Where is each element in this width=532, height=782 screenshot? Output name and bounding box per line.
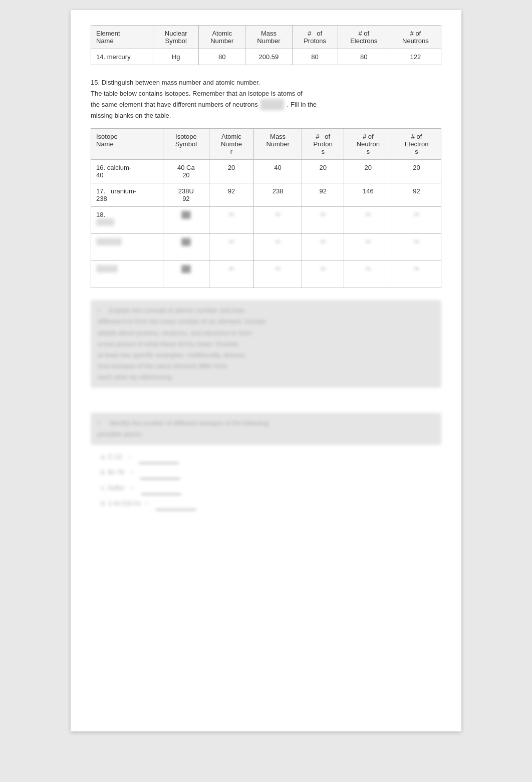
table-row: 14. mercury Hg 80 200.59 80 80 122 bbox=[91, 49, 441, 65]
isotope-atomic-17: 92 bbox=[209, 183, 254, 207]
blurred-list-section: • Identify the number of different isoto… bbox=[91, 413, 441, 510]
isotope-atomic-20: •• bbox=[209, 261, 254, 288]
item-answer-a bbox=[139, 450, 179, 463]
isotope-neutrons-16: 20 bbox=[344, 160, 392, 183]
col-element-name: ElementName bbox=[91, 26, 153, 49]
isotope-protons-19: •• bbox=[302, 234, 344, 261]
page: ElementName NuclearSymbol AtomicNumber M… bbox=[71, 10, 461, 731]
col-atomic-number: AtomicNumber bbox=[199, 26, 245, 49]
item-arrow-a: → bbox=[126, 450, 133, 463]
isotope-mass-18: •• bbox=[254, 207, 302, 234]
elements-section: ElementName NuclearSymbol AtomicNumber M… bbox=[91, 25, 441, 65]
col-mass-number2: MassNumber bbox=[254, 129, 302, 160]
element-mass: 200.59 bbox=[245, 49, 292, 65]
table-row: 16. calcium-40 40 Ca20 20 40 20 20 20 bbox=[91, 160, 441, 183]
isotope-neutrons-17: 146 bbox=[344, 183, 392, 207]
col-neutrons2: # ofNeutrons bbox=[344, 129, 392, 160]
isotopes-table: IsotopeName IsotopeSymbol AtomicNumber M… bbox=[91, 128, 441, 288]
col-neutrons: # ofNeutrons bbox=[390, 26, 441, 49]
q15-blurred bbox=[260, 99, 284, 110]
item-arrow-b: → bbox=[128, 466, 134, 479]
item-answer-c bbox=[141, 481, 181, 494]
isotope-name-18: 18. bbox=[91, 207, 163, 234]
isotope-symbol-20: ██ bbox=[163, 261, 209, 288]
list-item: a. C-12 → bbox=[101, 450, 441, 463]
item-answer-b bbox=[140, 465, 180, 479]
blurred-list-items: a. C-12 → b. Br-79 → c. Sulfur → bbox=[101, 450, 441, 510]
isotope-atomic-18: •• bbox=[209, 207, 254, 234]
isotope-atomic-16: 20 bbox=[209, 160, 254, 183]
col-isotope-name: IsotopeName bbox=[91, 129, 163, 160]
isotope-atomic-19: •• bbox=[209, 234, 254, 261]
col-atomic-number-r: AtomicNumber bbox=[209, 129, 254, 160]
item-label-c: c. Sulfur bbox=[101, 481, 125, 494]
isotope-protons-18: •• bbox=[302, 207, 344, 234]
isotope-protons-16: 20 bbox=[302, 160, 344, 183]
col-protons: # ofProtons bbox=[292, 26, 338, 49]
list-item: c. Sulfur → bbox=[101, 481, 441, 494]
isotope-name-17: 17. uranium-238 bbox=[91, 183, 163, 207]
element-symbol: Hg bbox=[153, 49, 199, 65]
isotope-mass-20: •• bbox=[254, 261, 302, 288]
isotope-neutrons-18: •• bbox=[344, 207, 392, 234]
blurred-essay-section: • Explain the concept of atomic number a… bbox=[91, 300, 441, 388]
item-answer-d bbox=[156, 496, 196, 510]
section-15: 15. Distinguish between mass number and … bbox=[91, 77, 441, 288]
section-15-text: 15. Distinguish between mass number and … bbox=[91, 77, 441, 121]
isotope-electrons-18: •• bbox=[392, 207, 441, 234]
item-arrow-c: → bbox=[129, 481, 135, 494]
col-electrons2: # ofElectrons bbox=[392, 129, 441, 160]
element-neutrons: 122 bbox=[390, 49, 441, 65]
isotope-symbol-19: ██ bbox=[163, 234, 209, 261]
element-name: 14. mercury bbox=[91, 49, 153, 65]
isotope-symbol-16: 40 Ca20 bbox=[163, 160, 209, 183]
isotope-mass-16: 40 bbox=[254, 160, 302, 183]
item-label-b: b. Br-79 bbox=[101, 466, 124, 479]
col-electrons: # ofElectrons bbox=[338, 26, 390, 49]
table-row: 18. ██ •• •• •• •• •• bbox=[91, 207, 441, 234]
col-protons2: # ofProtons bbox=[302, 129, 344, 160]
isotope-mass-17: 238 bbox=[254, 183, 302, 207]
col-mass-number: MassNumber bbox=[245, 26, 292, 49]
q15-text5: missing blanks on the table. bbox=[91, 112, 171, 119]
isotope-name-19 bbox=[91, 234, 163, 261]
isotope-symbol-17: 238U92 bbox=[163, 183, 209, 207]
item-label-d: d. 1 At-210 Ac → bbox=[101, 497, 150, 510]
q15-text2: The table below contains isotopes. Remem… bbox=[91, 90, 303, 97]
isotope-symbol-18: ██ bbox=[163, 207, 209, 234]
blurred-essay-text: • Explain the concept of atomic number a… bbox=[91, 300, 441, 388]
isotope-electrons-19: •• bbox=[392, 234, 441, 261]
element-protons: 80 bbox=[292, 49, 338, 65]
q15-text3: the same element that have different num… bbox=[91, 101, 258, 108]
list-item: b. Br-79 → bbox=[101, 465, 441, 479]
item-label-a: a. C-12 bbox=[101, 450, 122, 463]
table-row: ██ •• •• •• •• •• bbox=[91, 261, 441, 288]
element-atomic: 80 bbox=[199, 49, 245, 65]
isotope-mass-19: •• bbox=[254, 234, 302, 261]
q15-text4: . Fill in the bbox=[287, 101, 317, 108]
blurred-list-text: • Identify the number of different isoto… bbox=[91, 413, 441, 445]
table-row: ██ •• •• •• •• •• bbox=[91, 234, 441, 261]
isotope-name-20 bbox=[91, 261, 163, 288]
blurred-name-18 bbox=[96, 218, 114, 226]
table-row: 17. uranium-238 238U92 92 238 92 146 92 bbox=[91, 183, 441, 207]
isotope-electrons-17: 92 bbox=[392, 183, 441, 207]
list-item: d. 1 At-210 Ac → bbox=[101, 496, 441, 510]
element-electrons: 80 bbox=[338, 49, 390, 65]
col-nuclear-symbol: NuclearSymbol bbox=[153, 26, 199, 49]
col-isotope-symbol: IsotopeSymbol bbox=[163, 129, 209, 160]
isotope-name-16: 16. calcium-40 bbox=[91, 160, 163, 183]
isotope-protons-17: 92 bbox=[302, 183, 344, 207]
q15-text1: 15. Distinguish between mass number and … bbox=[91, 79, 260, 86]
isotope-neutrons-19: •• bbox=[344, 234, 392, 261]
isotope-neutrons-20: •• bbox=[344, 261, 392, 288]
elements-table: ElementName NuclearSymbol AtomicNumber M… bbox=[91, 25, 441, 65]
isotope-electrons-20: •• bbox=[392, 261, 441, 288]
isotope-electrons-16: 20 bbox=[392, 160, 441, 183]
isotope-protons-20: •• bbox=[302, 261, 344, 288]
